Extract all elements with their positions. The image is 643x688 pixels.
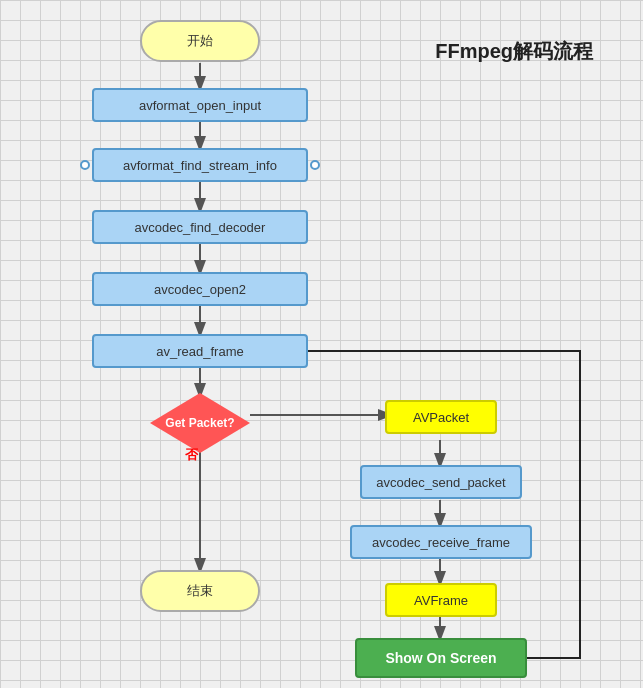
avframe-node: AVFrame [385, 583, 497, 617]
start-node: 开始 [140, 20, 260, 62]
read-frame-node: av_read_frame [92, 334, 308, 368]
find-decoder-node: avcodec_find_decoder [92, 210, 308, 244]
open2-node: avcodec_open2 [92, 272, 308, 306]
flowchart-canvas: FFmpeg解码流程 [0, 0, 643, 688]
open-input-node: avformat_open_input [92, 88, 308, 122]
avpacket-node: AVPacket [385, 400, 497, 434]
receive-frame-node: avcodec_receive_frame [350, 525, 532, 559]
send-packet-node: avcodec_send_packet [360, 465, 522, 499]
no-label: 否 [185, 446, 198, 464]
find-stream-node: avformat_find_stream_info [92, 148, 308, 182]
get-packet-node: Get Packet? [150, 393, 250, 453]
end-node: 结束 [140, 570, 260, 612]
show-on-screen-node[interactable]: Show On Screen [355, 638, 527, 678]
chart-title: FFmpeg解码流程 [435, 38, 593, 65]
